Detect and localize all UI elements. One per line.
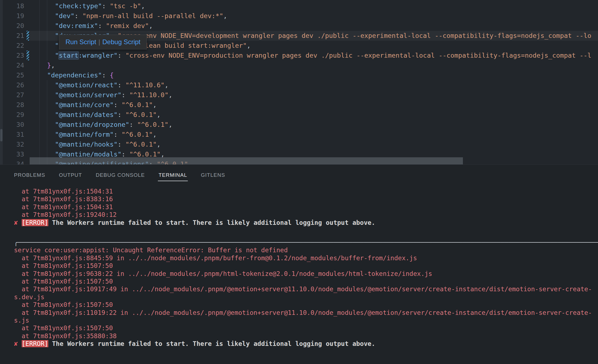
line-number: 26 [0, 80, 24, 90]
code-line: 29 "@mantine/dates": "^6.0.1", [0, 110, 598, 120]
error-x-icon: ✘ [14, 340, 22, 347]
terminal-line: at 7tm81ynx0f.js:1507:50 [14, 262, 598, 270]
tab-problems[interactable]: PROBLEMS [13, 165, 46, 181]
line-number: 31 [0, 130, 24, 139]
code-line-text[interactable]: "@mantine/dropzone": "^6.0.1", [39, 120, 172, 130]
debug-script-link[interactable]: Debug Script [102, 38, 141, 46]
code-line: 18 "check:type": "tsc -b", [0, 1, 598, 11]
tab-debug-console[interactable]: DEBUG CONSOLE [95, 165, 146, 181]
terminal-line: at 7tm81ynx0f.js:8383:16 [14, 195, 598, 203]
line-number: 18 [0, 1, 24, 11]
line-number: 32 [0, 139, 24, 149]
line-number: 21 [0, 31, 24, 41]
terminal-line: at 7tm81ynx0f.js:1504:31 [14, 187, 598, 195]
modified-line-indicator-icon [27, 51, 29, 60]
terminal-line: ✘ [ERROR] The Workers runtime failed to … [14, 219, 598, 226]
error-badge: [ERROR] [22, 340, 48, 347]
code-line-text[interactable]: "@emotion/react": "^11.10.6", [39, 80, 169, 90]
terminal-line: ╭───────────────────────────────────────… [14, 239, 598, 246]
tab-gitlens[interactable]: GITLENS [200, 165, 226, 181]
terminal-line: s.js [14, 317, 598, 324]
line-number: 27 [0, 90, 24, 100]
code-line-text[interactable]: "@emotion/server": "^11.10.0", [39, 90, 172, 100]
codelens-separator: | [96, 38, 102, 46]
line-number: 20 [0, 21, 24, 31]
code-line: 20 "dev:remix": "remix dev", [0, 21, 598, 31]
panel-tab-bar: PROBLEMSOUTPUTDEBUG CONSOLETERMINALGITLE… [13, 165, 226, 181]
terminal-output[interactable]: ╭───────────────────────────────────────… [14, 239, 598, 348]
line-number: 24 [0, 60, 24, 70]
line-number: 30 [0, 120, 24, 130]
terminal-line: at 7tm81ynx0f.js:10917:49 in ../../node_… [14, 285, 598, 293]
code-line: 27 "@emotion/server": "^11.10.0", [0, 90, 598, 100]
code-line: 24 }, [0, 60, 598, 70]
terminal-line: at 7tm81ynx0f.js:1507:50 [14, 324, 598, 332]
terminal-output[interactable]: at 7tm81ynx0f.js:1504:31 at 7tm81ynx0f.j… [14, 187, 598, 226]
codelens-tooltip: Run Script|Debug Script [59, 35, 147, 49]
terminal-line: s.dev.js [14, 293, 598, 301]
line-number: 25 [0, 70, 24, 80]
error-message: The Workers runtime failed to start. The… [48, 340, 375, 347]
terminal-line: at 7tm81ynx0f.js:35880:38 [14, 332, 598, 340]
terminal-line: service core:user:appist: Uncaught Refer… [14, 246, 598, 254]
terminal-line: at 7tm81ynx0f.js:19240:12 [14, 211, 598, 219]
code-line-text[interactable]: "start:wrangler": "cross-env NODE_ENV=pr… [39, 51, 591, 60]
code-line: 26 "@emotion/react": "^11.10.6", [0, 80, 598, 90]
terminal-line: at 7tm81ynx0f.js:1504:31 [14, 203, 598, 211]
line-number: 28 [0, 100, 24, 110]
code-line: 28 "@mantine/core": "^6.0.1", [0, 100, 598, 110]
error-x-icon: ✘ [14, 219, 22, 226]
code-line-text[interactable]: "dev:remix": "remix dev", [39, 21, 153, 31]
code-line-text[interactable]: "@mantine/dates": "^6.0.1", [39, 110, 161, 120]
line-number: 33 [0, 149, 24, 159]
terminal-line: at 7tm81ynx0f.js:1507:50 [14, 278, 598, 285]
vscode-window: 18 "check:type": "tsc -b",19 "dev": "npm… [0, 0, 598, 364]
code-line: 30 "@mantine/dropzone": "^6.0.1", [0, 120, 598, 130]
code-line: 31 "@mantine/form": "^6.0.1", [0, 130, 598, 139]
code-line-text[interactable]: "@mantine/core": "^6.0.1", [39, 100, 157, 110]
terminal-line: ✘ [ERROR] The Workers runtime failed to … [14, 340, 598, 348]
run-script-link[interactable]: Run Script [65, 38, 96, 46]
code-line: 19 "dev": "npm-run-all build --parallel … [0, 11, 598, 21]
code-line-text[interactable]: }, [39, 60, 55, 70]
terminal-line: at 7tm81ynx0f.js:1507:50 [14, 301, 598, 309]
horizontal-scrollbar-thumb[interactable] [30, 157, 463, 164]
line-number: 29 [0, 110, 24, 120]
editor-pane[interactable]: 18 "check:type": "tsc -b",19 "dev": "npm… [0, 0, 598, 164]
terminal-line: at 7tm81ynx0f.js:11019:22 in ../../node_… [14, 309, 598, 317]
bottom-panel: PROBLEMSOUTPUTDEBUG CONSOLETERMINALGITLE… [0, 164, 598, 364]
line-number: 22 [0, 41, 24, 51]
line-number: 19 [0, 11, 24, 21]
code-line: 32 "@mantine/hooks": "^6.0.1", [0, 139, 598, 149]
code-line-text[interactable]: "@mantine/hooks": "^6.0.1", [39, 139, 161, 149]
tab-terminal[interactable]: TERMINAL [158, 165, 188, 181]
code-line-text[interactable]: "dependencies": { [39, 70, 114, 80]
box-top-border-line: ╭───────────────────────────────────────… [14, 239, 598, 246]
code-line: 23 "start:wrangler": "cross-env NODE_ENV… [0, 51, 598, 60]
code-line: 25 "dependencies": { [0, 70, 598, 80]
code-line-text[interactable]: "dev": "npm-run-all build --parallel dev… [39, 11, 227, 21]
line-number: 23 [0, 51, 24, 60]
occurrence-highlight: start [59, 52, 78, 59]
line-number: 34 [0, 159, 24, 164]
modified-line-indicator-icon [27, 31, 29, 41]
error-badge: [ERROR] [22, 219, 48, 226]
error-message: The Workers runtime failed to start. The… [48, 219, 375, 226]
code-line-text[interactable]: "@mantine/form": "^6.0.1", [39, 130, 157, 139]
tab-output[interactable]: OUTPUT [58, 165, 83, 181]
terminal-line: at 7tm81ynx0f.js:9638:22 in ../../node_m… [14, 270, 598, 278]
code-line-text[interactable]: "check:type": "tsc -b", [39, 1, 145, 11]
terminal-line: at 7tm81ynx0f.js:8845:59 in ../../node_m… [14, 254, 598, 262]
